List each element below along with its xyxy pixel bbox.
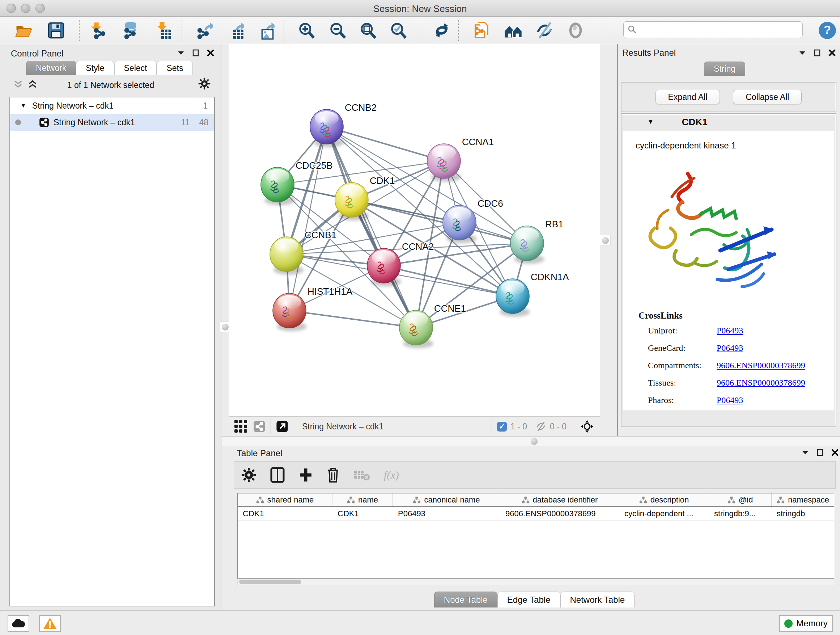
tab-network[interactable]: Network [26, 61, 76, 75]
warnings-button[interactable] [39, 615, 61, 632]
birdseye-navigator-icon[interactable] [580, 420, 594, 433]
column-header-name[interactable]: name [332, 494, 393, 507]
tab-sets[interactable]: Sets [156, 61, 193, 75]
cell[interactable]: stringdb:9... [709, 507, 772, 520]
edge-HIST1H1A-CCNE1[interactable] [289, 310, 416, 328]
network-row[interactable]: String Network – cdk1 11 48 [10, 114, 214, 131]
triangle-down-icon[interactable]: ▼ [647, 119, 654, 126]
cell[interactable]: CDK1 [238, 507, 332, 520]
table-row[interactable]: CDK1CDK1P064939606.ENSP00000378699cyclin… [238, 507, 834, 521]
export-image-button[interactable] [253, 19, 278, 42]
string-share-icon[interactable] [253, 420, 265, 432]
add-column-icon[interactable] [298, 467, 313, 483]
node-CDC25B[interactable]: CDC25B [261, 160, 333, 205]
horizontal-splitter[interactable] [222, 436, 840, 446]
import-database-button[interactable] [118, 19, 143, 42]
cell[interactable]: CDK1 [332, 507, 393, 520]
open-folder-button[interactable] [11, 19, 36, 42]
zoom-in-button[interactable] [294, 19, 319, 42]
table-options-gear-icon[interactable] [241, 467, 256, 483]
hide-panel-button[interactable] [532, 19, 557, 42]
network-canvas[interactable]: CCNB2 CCNA1 CDC25B CDK1 CDC6 RB1 CCNB1 [229, 44, 600, 416]
zoom-out-button[interactable] [325, 19, 350, 42]
hierarchy-icon [413, 496, 421, 504]
import-network-button[interactable] [88, 19, 113, 42]
panel-restore-icon[interactable] [817, 449, 823, 456]
memory-button[interactable]: Memory [779, 615, 833, 632]
help-button[interactable]: ? [815, 19, 840, 42]
tab-edge-table[interactable]: Edge Table [497, 592, 561, 608]
node-CCNA1[interactable]: CCNA1 [427, 136, 494, 182]
crosslink-link[interactable]: 9606.ENSP00000378699 [717, 378, 805, 388]
share-session-button[interactable] [469, 19, 494, 42]
network-options-gear-icon[interactable] [198, 78, 210, 90]
grid-view-icon[interactable] [234, 420, 248, 433]
tab-select[interactable]: Select [114, 61, 157, 75]
tab-node-table[interactable]: Node Table [434, 592, 497, 608]
panel-float-icon[interactable] [802, 450, 809, 455]
panel-restore-icon[interactable] [193, 49, 199, 57]
left-splitter[interactable] [222, 44, 229, 436]
node-CCNE1[interactable]: CCNE1 [399, 303, 466, 348]
column-header-database-identifier[interactable]: database identifier [500, 494, 619, 507]
node-CDK1[interactable]: CDK1 [335, 175, 395, 220]
crosslink-link[interactable]: P06493 [717, 326, 743, 336]
search-input[interactable] [638, 25, 793, 35]
crosslink-link[interactable]: 9606.ENSP00000378699 [717, 361, 805, 371]
crosslink-link[interactable]: P06493 [717, 343, 743, 353]
triangle-down-icon[interactable]: ▼ [20, 102, 27, 109]
panel-close-icon[interactable] [207, 49, 214, 57]
right-splitter[interactable] [600, 44, 617, 436]
open-in-new-icon[interactable] [276, 420, 288, 432]
export-table-button[interactable] [222, 19, 248, 42]
tab-network-table[interactable]: Network Table [561, 592, 635, 608]
import-table-button[interactable] [150, 19, 175, 42]
function-builder-icon-disabled: f(x) [384, 469, 399, 481]
cell[interactable]: stringdb [772, 507, 834, 520]
panel-close-icon[interactable] [831, 449, 838, 456]
delete-column-icon[interactable] [327, 467, 340, 483]
tab-string[interactable]: String [704, 62, 745, 76]
edge-CCNB2-CCNA1[interactable] [327, 127, 444, 161]
expand-all-button[interactable]: Expand All [655, 90, 720, 104]
cloud-button[interactable] [8, 615, 29, 632]
column-header-canonical-name[interactable]: canonical name [393, 494, 500, 507]
panel-float-icon[interactable] [177, 50, 185, 56]
column-header-shared-name[interactable]: shared name [238, 494, 332, 507]
collapse-all-button[interactable]: Collapse All [733, 90, 802, 104]
tab-style[interactable]: Style [76, 61, 114, 75]
gene-section-header[interactable]: ▼ CDK1 [622, 114, 836, 130]
cell[interactable]: 9606.ENSP00000378699 [500, 507, 619, 520]
node-HIST1H1A[interactable]: HIST1H1A [273, 286, 353, 331]
show-columns-icon[interactable] [270, 467, 285, 483]
save-button[interactable] [43, 19, 69, 42]
show-panel-button[interactable] [563, 19, 588, 42]
import-database-icon [121, 21, 140, 40]
node-CDKN1A[interactable]: CDKN1A [496, 272, 569, 317]
column-header-description[interactable]: description [619, 494, 709, 507]
edge-CCNB2-HIST1H1A[interactable] [289, 127, 327, 310]
scrollbar-thumb[interactable] [239, 580, 302, 584]
zoom-selected-button[interactable] [386, 19, 411, 42]
selected-checkbox-icon[interactable]: ✓ [497, 422, 507, 432]
column-header-id[interactable]: @id [709, 494, 772, 507]
node-CCNB2[interactable]: CCNB2 [310, 102, 377, 147]
node-RB1[interactable]: RB1 [510, 219, 564, 264]
home-button[interactable] [501, 19, 526, 42]
cell[interactable]: P06493 [393, 507, 500, 520]
column-header-namespace[interactable]: namespace [772, 494, 834, 507]
panel-float-icon[interactable] [799, 50, 806, 56]
node-CDC6[interactable]: CDC6 [443, 198, 503, 243]
export-network-button[interactable] [191, 19, 216, 42]
network-collection-row[interactable]: ▼ String Network – cdk1 1 [10, 97, 214, 114]
refresh-button[interactable] [429, 19, 454, 42]
right-splitter-knob[interactable] [600, 235, 611, 246]
cell[interactable]: cyclin-dependent ... [619, 507, 709, 520]
zoom-fit-button[interactable] [355, 19, 381, 42]
horizontal-splitter-knob[interactable] [529, 436, 539, 447]
panel-close-icon[interactable] [829, 49, 836, 57]
crosslink-link[interactable]: P06493 [717, 395, 743, 405]
table-horizontal-scrollbar[interactable] [237, 578, 834, 585]
panel-restore-icon[interactable] [814, 49, 821, 57]
edge-CCNB2-CCNE1[interactable] [327, 127, 416, 328]
